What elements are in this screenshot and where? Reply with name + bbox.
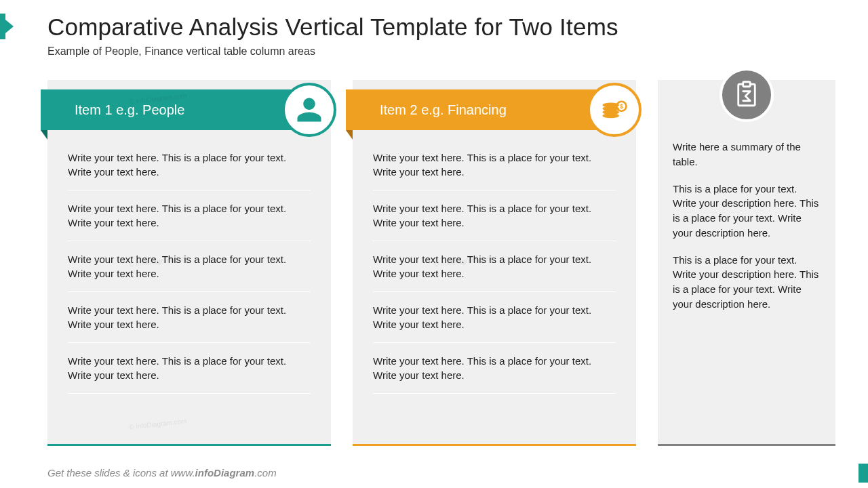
column-people-header-label: Item 1 e.g. People (75, 102, 184, 118)
column-underline (658, 444, 835, 446)
row: Write your text here. This is a place fo… (68, 343, 311, 394)
edge-accent-right (859, 464, 868, 483)
row: Write your text here. This is a place fo… (373, 140, 616, 190)
ribbon-notch (41, 130, 47, 140)
footer-credit: Get these slides & icons at www.infoDiag… (47, 467, 277, 479)
summary-text: This is a place for your text. Write you… (673, 182, 821, 241)
page-subtitle: Example of People, Finance vertical tabl… (47, 45, 315, 58)
column-financing: Item 2 e.g. Financing $ Write your text … (353, 80, 636, 446)
footer-suffix: .com (254, 467, 277, 479)
row: Write your text here. This is a place fo… (68, 241, 311, 292)
row: Write your text here. This is a place fo… (373, 241, 616, 292)
column-underline (353, 444, 636, 446)
row: Write your text here. This is a place fo… (373, 292, 616, 343)
summary-text: Write here a summary of the table. (673, 140, 821, 169)
column-financing-header-label: Item 2 e.g. Financing (380, 102, 507, 118)
summary-text: This is a place for your text. Write you… (673, 253, 821, 312)
row: Write your text here. This is a place fo… (373, 343, 616, 394)
columns-container: Item 1 e.g. People Write your text here.… (47, 80, 835, 446)
person-icon (282, 83, 336, 137)
column-summary: Write here a summary of the table. This … (658, 80, 835, 446)
svg-text:$: $ (620, 103, 623, 110)
row: Write your text here. This is a place fo… (68, 140, 311, 190)
column-people: Item 1 e.g. People Write your text here.… (47, 80, 331, 446)
edge-accent-left (0, 14, 5, 39)
row: Write your text here. This is a place fo… (68, 292, 311, 343)
column-people-header: Item 1 e.g. People (41, 89, 292, 130)
ribbon-notch (346, 130, 353, 140)
footer-prefix: Get these slides & icons at www. (47, 467, 195, 479)
column-financing-header: Item 2 e.g. Financing (346, 89, 597, 130)
svg-rect-7 (743, 82, 751, 87)
clipboard-sum-icon (719, 68, 774, 122)
footer-brand: infoDiagram (195, 467, 255, 479)
row: Write your text here. This is a place fo… (373, 190, 616, 241)
coins-icon: $ (587, 83, 642, 137)
column-underline (47, 444, 331, 446)
page-title: Comparative Analysis Vertical Template f… (47, 14, 618, 41)
row: Write your text here. This is a place fo… (68, 190, 311, 241)
